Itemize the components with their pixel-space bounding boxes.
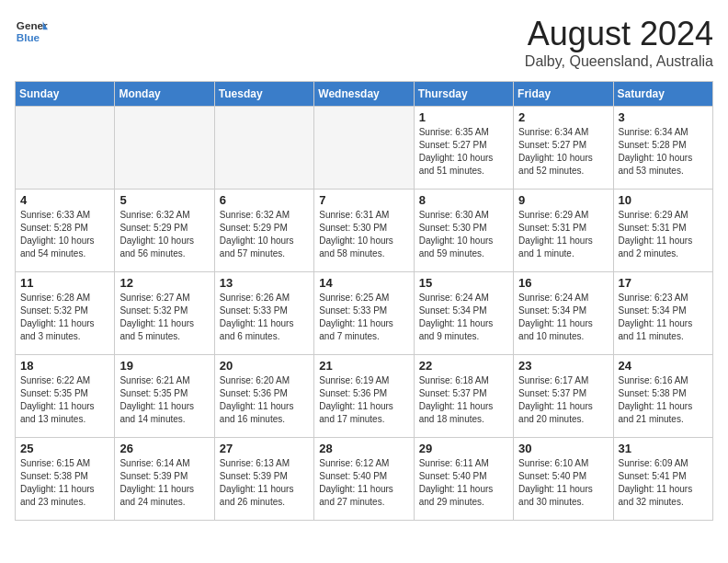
header-monday: Monday — [115, 82, 214, 107]
cell-info: Sunrise: 6:22 AMSunset: 5:35 PMDaylight:… — [20, 374, 109, 426]
cell-info: Sunrise: 6:29 AMSunset: 5:31 PMDaylight:… — [619, 209, 708, 260]
cell-info: Sunrise: 6:31 AMSunset: 5:30 PMDaylight:… — [319, 209, 408, 260]
header-sunday: Sunday — [16, 82, 115, 107]
calendar-cell: 30Sunrise: 6:10 AMSunset: 5:40 PMDayligh… — [514, 438, 613, 521]
day-number: 6 — [220, 193, 309, 207]
day-number: 18 — [20, 359, 109, 373]
day-number: 2 — [518, 110, 608, 124]
cell-info: Sunrise: 6:24 AMSunset: 5:34 PMDaylight:… — [518, 292, 608, 343]
cell-info: Sunrise: 6:18 AMSunset: 5:37 PMDaylight:… — [419, 374, 508, 426]
calendar-cell: 4Sunrise: 6:33 AMSunset: 5:28 PMDaylight… — [16, 190, 115, 272]
calendar-cell: 17Sunrise: 6:23 AMSunset: 5:34 PMDayligh… — [613, 272, 712, 355]
calendar-cell: 24Sunrise: 6:16 AMSunset: 5:38 PMDayligh… — [613, 355, 712, 438]
calendar-header-row: SundayMondayTuesdayWednesdayThursdayFrid… — [16, 82, 713, 107]
cell-info: Sunrise: 6:10 AMSunset: 5:40 PMDaylight:… — [518, 457, 608, 509]
cell-info: Sunrise: 6:17 AMSunset: 5:37 PMDaylight:… — [518, 374, 608, 426]
day-number: 26 — [119, 442, 209, 455]
day-number: 12 — [119, 276, 209, 290]
calendar-cell: 7Sunrise: 6:31 AMSunset: 5:30 PMDaylight… — [314, 190, 414, 272]
calendar-cell: 6Sunrise: 6:32 AMSunset: 5:29 PMDaylight… — [214, 190, 313, 272]
day-number: 14 — [319, 276, 408, 290]
cell-info: Sunrise: 6:30 AMSunset: 5:30 PMDaylight:… — [419, 209, 508, 260]
header-tuesday: Tuesday — [214, 82, 313, 107]
logo-icon: General Blue — [15, 15, 48, 48]
calendar-cell: 8Sunrise: 6:30 AMSunset: 5:30 PMDaylight… — [414, 190, 513, 272]
day-number: 15 — [419, 276, 508, 290]
calendar-cell: 21Sunrise: 6:19 AMSunset: 5:36 PMDayligh… — [314, 355, 414, 438]
day-number: 1 — [419, 110, 508, 124]
cell-info: Sunrise: 6:23 AMSunset: 5:34 PMDaylight:… — [619, 292, 708, 343]
calendar-cell: 12Sunrise: 6:27 AMSunset: 5:32 PMDayligh… — [115, 272, 214, 355]
header-wednesday: Wednesday — [314, 82, 414, 107]
week-row-5: 25Sunrise: 6:15 AMSunset: 5:38 PMDayligh… — [16, 438, 713, 521]
calendar-cell: 11Sunrise: 6:28 AMSunset: 5:32 PMDayligh… — [16, 272, 115, 355]
week-row-2: 4Sunrise: 6:33 AMSunset: 5:28 PMDaylight… — [16, 190, 713, 272]
day-number: 20 — [220, 359, 309, 373]
cell-info: Sunrise: 6:25 AMSunset: 5:33 PMDaylight:… — [319, 292, 408, 343]
day-number: 19 — [119, 359, 209, 373]
calendar-title: August 2024 — [525, 15, 713, 53]
calendar-table: SundayMondayTuesdayWednesdayThursdayFrid… — [15, 81, 713, 521]
day-number: 8 — [419, 193, 508, 207]
calendar-cell: 22Sunrise: 6:18 AMSunset: 5:37 PMDayligh… — [414, 355, 513, 438]
day-number: 16 — [518, 276, 608, 290]
calendar-cell: 18Sunrise: 6:22 AMSunset: 5:35 PMDayligh… — [16, 355, 115, 438]
calendar-cell: 1Sunrise: 6:35 AMSunset: 5:27 PMDaylight… — [414, 107, 513, 190]
calendar-cell — [115, 107, 214, 190]
cell-info: Sunrise: 6:20 AMSunset: 5:36 PMDaylight:… — [220, 374, 309, 426]
header-friday: Friday — [514, 82, 613, 107]
day-number: 30 — [518, 442, 608, 455]
week-row-1: 1Sunrise: 6:35 AMSunset: 5:27 PMDaylight… — [16, 107, 713, 190]
cell-info: Sunrise: 6:21 AMSunset: 5:35 PMDaylight:… — [119, 374, 209, 426]
day-number: 25 — [20, 442, 109, 455]
calendar-cell: 29Sunrise: 6:11 AMSunset: 5:40 PMDayligh… — [414, 438, 513, 521]
day-number: 23 — [518, 359, 608, 373]
calendar-cell — [314, 107, 414, 190]
day-number: 24 — [619, 359, 708, 373]
cell-info: Sunrise: 6:32 AMSunset: 5:29 PMDaylight:… — [220, 209, 309, 260]
cell-info: Sunrise: 6:35 AMSunset: 5:27 PMDaylight:… — [419, 126, 508, 178]
cell-info: Sunrise: 6:34 AMSunset: 5:27 PMDaylight:… — [518, 126, 608, 178]
day-number: 4 — [20, 193, 109, 207]
cell-info: Sunrise: 6:27 AMSunset: 5:32 PMDaylight:… — [119, 292, 209, 343]
cell-info: Sunrise: 6:34 AMSunset: 5:28 PMDaylight:… — [619, 126, 708, 178]
calendar-cell — [16, 107, 115, 190]
header-saturday: Saturday — [613, 82, 712, 107]
calendar-cell: 19Sunrise: 6:21 AMSunset: 5:35 PMDayligh… — [115, 355, 214, 438]
cell-info: Sunrise: 6:09 AMSunset: 5:41 PMDaylight:… — [619, 457, 708, 509]
calendar-cell: 25Sunrise: 6:15 AMSunset: 5:38 PMDayligh… — [16, 438, 115, 521]
cell-info: Sunrise: 6:28 AMSunset: 5:32 PMDaylight:… — [20, 292, 109, 343]
day-number: 5 — [119, 193, 209, 207]
calendar-cell: 23Sunrise: 6:17 AMSunset: 5:37 PMDayligh… — [514, 355, 613, 438]
calendar-cell: 20Sunrise: 6:20 AMSunset: 5:36 PMDayligh… — [214, 355, 313, 438]
calendar-cell: 15Sunrise: 6:24 AMSunset: 5:34 PMDayligh… — [414, 272, 513, 355]
day-number: 22 — [419, 359, 508, 373]
day-number: 13 — [220, 276, 309, 290]
week-row-3: 11Sunrise: 6:28 AMSunset: 5:32 PMDayligh… — [16, 272, 713, 355]
logo: General Blue — [15, 15, 48, 48]
cell-info: Sunrise: 6:15 AMSunset: 5:38 PMDaylight:… — [20, 457, 109, 509]
cell-info: Sunrise: 6:26 AMSunset: 5:33 PMDaylight:… — [220, 292, 309, 343]
cell-info: Sunrise: 6:29 AMSunset: 5:31 PMDaylight:… — [518, 209, 608, 260]
cell-info: Sunrise: 6:13 AMSunset: 5:39 PMDaylight:… — [220, 457, 309, 509]
calendar-cell: 10Sunrise: 6:29 AMSunset: 5:31 PMDayligh… — [613, 190, 712, 272]
title-block: August 2024 Dalby, Queensland, Australia — [525, 15, 713, 70]
day-number: 29 — [419, 442, 508, 455]
day-number: 10 — [619, 193, 708, 207]
day-number: 21 — [319, 359, 408, 373]
calendar-cell: 28Sunrise: 6:12 AMSunset: 5:40 PMDayligh… — [314, 438, 414, 521]
cell-info: Sunrise: 6:14 AMSunset: 5:39 PMDaylight:… — [119, 457, 209, 509]
calendar-cell: 16Sunrise: 6:24 AMSunset: 5:34 PMDayligh… — [514, 272, 613, 355]
calendar-cell: 3Sunrise: 6:34 AMSunset: 5:28 PMDaylight… — [613, 107, 712, 190]
day-number: 28 — [319, 442, 408, 455]
day-number: 9 — [518, 193, 608, 207]
svg-text:Blue: Blue — [17, 31, 40, 43]
cell-info: Sunrise: 6:12 AMSunset: 5:40 PMDaylight:… — [319, 457, 408, 509]
week-row-4: 18Sunrise: 6:22 AMSunset: 5:35 PMDayligh… — [16, 355, 713, 438]
calendar-cell: 26Sunrise: 6:14 AMSunset: 5:39 PMDayligh… — [115, 438, 214, 521]
calendar-cell — [214, 107, 313, 190]
day-number: 31 — [619, 442, 708, 455]
cell-info: Sunrise: 6:24 AMSunset: 5:34 PMDaylight:… — [419, 292, 508, 343]
day-number: 27 — [220, 442, 309, 455]
calendar-cell: 14Sunrise: 6:25 AMSunset: 5:33 PMDayligh… — [314, 272, 414, 355]
